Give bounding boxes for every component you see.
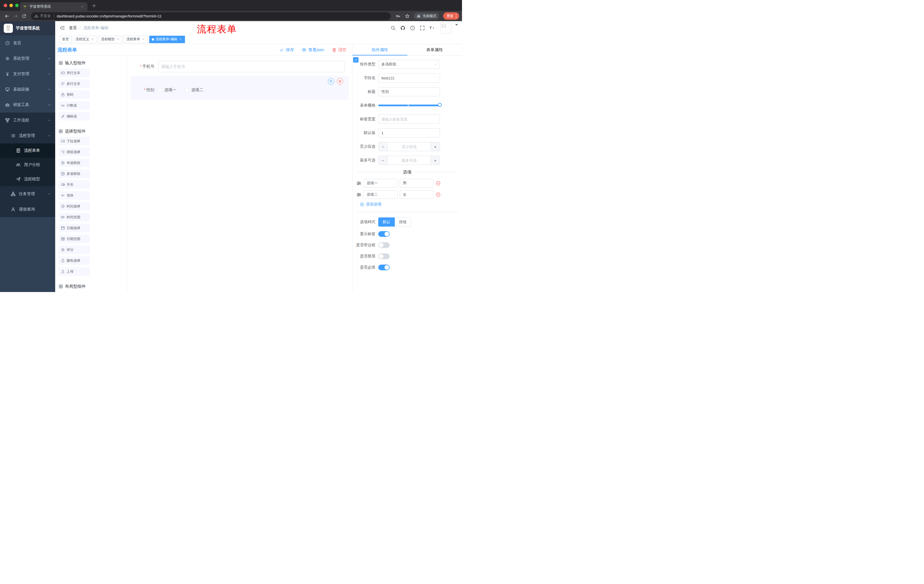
palette-item-date-range[interactable]: 日期范围 (59, 235, 90, 243)
bookmark-star-icon[interactable] (403, 12, 411, 20)
avatar-dropdown-caret-icon[interactable] (455, 24, 458, 26)
disabled-toggle[interactable] (378, 253, 390, 259)
tag-process-def[interactable]: 流程定义 (73, 36, 97, 43)
gender-field-item-selected[interactable]: *性别 选项一 选项二 (130, 76, 349, 100)
palette-item-rate[interactable]: 评分 (59, 245, 90, 254)
back-button[interactable] (3, 12, 11, 20)
sidebar-item-process-form[interactable]: 流程表单 (0, 143, 55, 158)
palette-item-single-text[interactable]: 单行文本 (59, 69, 90, 77)
option1-name-input[interactable] (363, 179, 398, 188)
stepper-increase-button[interactable]: + (431, 142, 440, 151)
delete-item-button[interactable] (337, 78, 343, 85)
github-icon[interactable] (399, 24, 407, 32)
stepper-decrease-button[interactable]: − (378, 142, 388, 151)
option1-value-input[interactable] (400, 179, 433, 188)
font-size-icon[interactable]: TT (428, 24, 436, 32)
forward-button[interactable] (12, 12, 20, 20)
tag-close-icon[interactable] (116, 38, 120, 41)
sidebar-item-process-mgmt[interactable]: 流程管理 (0, 128, 55, 143)
address-bar[interactable]: 不安全 dashboard.yudao.iocoder.cn/bpm/manag… (31, 12, 391, 20)
sidebar-item-devtools[interactable]: 研发工具 (0, 97, 55, 113)
drag-handle-icon[interactable] (356, 181, 361, 186)
title-input[interactable] (378, 87, 440, 96)
reload-button[interactable] (20, 12, 28, 20)
default-value-input[interactable] (378, 128, 440, 137)
phone-input[interactable] (158, 61, 345, 72)
palette-item-dropdown[interactable]: 下拉选择 (59, 137, 90, 145)
remove-option-button[interactable] (436, 192, 441, 197)
sidebar-item-home[interactable]: 首页 (0, 35, 55, 51)
min-stepper-input[interactable] (388, 142, 431, 151)
window-zoom-button[interactable] (15, 4, 18, 7)
tag-close-icon[interactable] (91, 38, 94, 41)
breadcrumb-home[interactable]: 首页 (69, 25, 77, 31)
stepper-increase-button[interactable]: + (431, 156, 440, 165)
palette-item-time-range[interactable]: 时间范围 (59, 213, 90, 221)
help-icon[interactable]: ? (408, 24, 417, 32)
show-label-toggle[interactable] (378, 231, 390, 237)
sidebar-item-process-model[interactable]: 流程模型 (0, 172, 55, 186)
gender-option1-checkbox[interactable]: 选项一 (158, 87, 177, 92)
palette-item-multi-text[interactable]: 多行文本 (59, 79, 90, 88)
palette-item-editor[interactable]: 编辑器 (59, 112, 90, 120)
browser-menu-icon[interactable] (456, 14, 457, 18)
window-minimize-button[interactable] (10, 4, 13, 7)
remove-option-button[interactable] (436, 181, 441, 186)
stepper-decrease-button[interactable]: − (378, 156, 388, 165)
new-tab-button[interactable] (91, 3, 97, 9)
tag-process-model[interactable]: 流程模型 (98, 36, 122, 43)
palette-item-slider[interactable]: 滑块 (59, 191, 90, 200)
doc-link-button[interactable] (353, 57, 358, 63)
tab-component-props[interactable]: 组件属性 (353, 44, 408, 56)
browser-tab[interactable]: 芋道管理系统 (20, 2, 87, 11)
option2-name-input[interactable] (363, 190, 398, 199)
sidebar-logo[interactable]: 芋道管理系统 (0, 21, 55, 35)
sidebar-item-payment[interactable]: 支付管理 (0, 66, 55, 82)
palette-item-date[interactable]: 日期选择 (59, 224, 90, 232)
incognito-badge[interactable]: 无痕模式 (414, 13, 439, 20)
sidebar-item-infra[interactable]: 基础设施 (0, 82, 55, 97)
tag-home[interactable]: 首页 (59, 36, 71, 43)
drag-handle-icon[interactable] (356, 192, 361, 197)
grid-slider[interactable] (378, 101, 441, 110)
palette-item-radio-group[interactable]: 单选框组 (59, 159, 90, 167)
palette-item-time[interactable]: 时间选择 (59, 202, 90, 211)
sidebar-item-task-mgmt[interactable]: 任务管理 (0, 186, 55, 202)
clear-button[interactable]: 清空 (332, 47, 346, 53)
avatar[interactable] (440, 22, 452, 34)
search-icon[interactable] (389, 24, 398, 32)
field-name-input[interactable] (378, 73, 440, 82)
tag-process-form-edit[interactable]: 流程表单-编辑 (149, 36, 185, 43)
sidebar-item-system[interactable]: 系统管理 (0, 51, 55, 66)
palette-item-color[interactable]: 颜色选择 (59, 256, 90, 265)
palette-item-cascader[interactable]: 级联选择 (59, 148, 90, 156)
tag-process-form[interactable]: 流程表单 (124, 36, 148, 43)
copy-item-button[interactable] (328, 78, 334, 85)
sidebar-item-user-group[interactable]: 用户分组 (0, 158, 55, 172)
border-toggle[interactable] (378, 242, 390, 248)
add-option-button[interactable]: 添加选项 (360, 202, 381, 207)
tag-close-icon[interactable] (142, 38, 145, 41)
label-width-input[interactable] (378, 115, 440, 124)
option2-value-input[interactable] (400, 190, 433, 199)
component-type-select[interactable]: 多选框组 (378, 60, 440, 69)
window-close-button[interactable] (4, 4, 7, 7)
palette-item-password[interactable]: 密码 (59, 90, 90, 99)
palette-item-checkbox-group[interactable]: 多选框组 (59, 169, 90, 178)
tab-close-icon[interactable] (80, 4, 85, 9)
palette-item-switch[interactable]: 开关 (59, 180, 90, 189)
slider-handle[interactable] (438, 103, 442, 107)
browser-update-button[interactable]: 更新 (443, 12, 459, 20)
view-json-button[interactable]: 查看json (302, 47, 324, 53)
gender-option2-checkbox[interactable]: 选项二 (185, 87, 203, 92)
max-stepper-input[interactable] (388, 156, 431, 165)
sidebar-item-workflow[interactable]: 工作流程 (0, 113, 55, 128)
sidebar-item-leave-query[interactable]: 请假查询 (0, 202, 55, 217)
required-toggle[interactable] (378, 265, 390, 270)
save-button[interactable]: 保存 (279, 47, 294, 53)
style-default-button[interactable]: 默认 (378, 217, 395, 227)
phone-field-item[interactable]: *手机号 (130, 60, 349, 73)
password-key-icon[interactable] (394, 12, 402, 20)
style-button-button[interactable]: 按钮 (395, 217, 411, 227)
palette-item-counter[interactable]: 123 计数器 (59, 101, 90, 110)
